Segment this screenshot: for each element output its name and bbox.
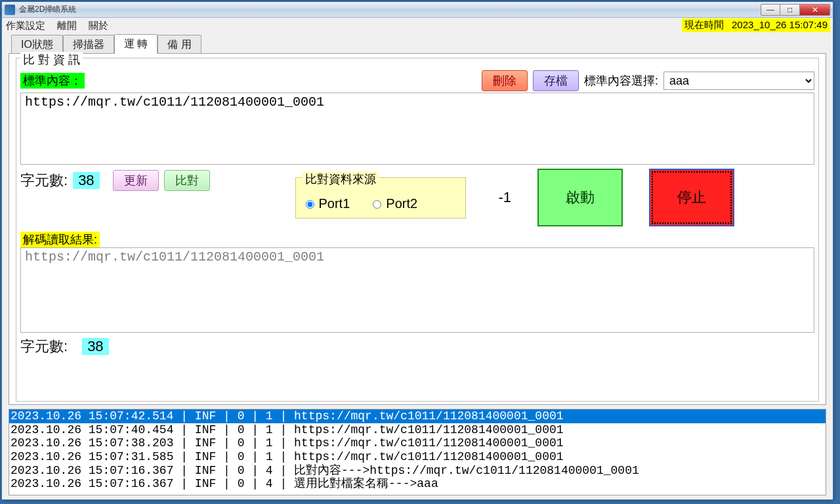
tab-reserve[interactable]: 備 用 bbox=[158, 35, 201, 54]
window-buttons: — □ ✕ bbox=[761, 4, 830, 16]
char-count-value-1: 38 bbox=[73, 172, 99, 189]
tab-content: 比 對 資 訊 標準內容： 刪除 存檔 標準內容選擇: aaa https://… bbox=[9, 53, 826, 405]
standard-select[interactable]: aaa bbox=[663, 72, 814, 90]
decode-text[interactable]: https://mqr.tw/c1011/112081400001_0001 bbox=[20, 247, 814, 333]
titlebar: 金屬2D掃瞄系統 — □ ✕ bbox=[2, 2, 833, 18]
compare-fieldset: 比 對 資 訊 標準內容： 刪除 存檔 標準內容選擇: aaa https://… bbox=[16, 58, 819, 402]
log-row[interactable]: 2023.10.26 15:07:40.454 | INF | 0 | 1 | … bbox=[9, 423, 826, 437]
tab-scanner[interactable]: 掃描器 bbox=[63, 35, 114, 54]
time-value: 2023_10_26 15:07:49 bbox=[732, 19, 828, 30]
compare-legend: 比 對 資 訊 bbox=[20, 52, 83, 68]
save-button[interactable]: 存檔 bbox=[533, 70, 579, 91]
standard-label: 標準內容： bbox=[20, 73, 85, 89]
standard-row: 標準內容： 刪除 存檔 標準內容選擇: aaa bbox=[20, 70, 814, 91]
main-window: 金屬2D掃瞄系統 — □ ✕ 作業設定 離開 關於 現在時間 2023_10_2… bbox=[1, 1, 833, 500]
maximize-button[interactable]: □ bbox=[780, 4, 800, 16]
standard-text[interactable]: https://mqr.tw/c1011/112081400001_0001 bbox=[20, 93, 814, 165]
start-button[interactable]: 啟動 bbox=[537, 169, 623, 226]
close-button[interactable]: ✕ bbox=[800, 4, 830, 16]
compare-button[interactable]: 比對 bbox=[164, 170, 210, 191]
current-time-badge: 現在時間 2023_10_26 15:07:49 bbox=[682, 18, 831, 32]
log-row[interactable]: 2023.10.26 15:07:42.514 | INF | 0 | 1 | … bbox=[9, 410, 826, 423]
update-button[interactable]: 更新 bbox=[113, 170, 159, 191]
port1-radio-input[interactable] bbox=[306, 200, 314, 209]
menubar: 作業設定 離開 關於 現在時間 2023_10_26 15:07:49 bbox=[2, 18, 833, 33]
char-count-label-1: 字元數: bbox=[20, 171, 68, 190]
mid-row: 字元數: 38 更新 比對 比對資料來源 Port1 Port2 -1 bbox=[20, 167, 814, 228]
tab-io-status[interactable]: IO狀態 bbox=[11, 35, 63, 54]
standard-select-label: 標準內容選擇: bbox=[584, 73, 658, 89]
time-label: 現在時間 bbox=[684, 19, 724, 30]
port-legend: 比對資料來源 bbox=[303, 171, 379, 187]
menu-about[interactable]: 關於 bbox=[89, 20, 108, 32]
tab-strip: IO狀態 掃描器 運 轉 備 用 bbox=[11, 35, 833, 53]
app-icon bbox=[5, 5, 15, 15]
port2-label: Port2 bbox=[386, 196, 417, 211]
window-title: 金屬2D掃瞄系統 bbox=[19, 4, 761, 15]
delete-button[interactable]: 刪除 bbox=[482, 70, 528, 91]
log-row[interactable]: 2023.10.26 15:07:16.367 | INF | 0 | 4 | … bbox=[9, 477, 826, 491]
char-count-label-2: 字元數: bbox=[20, 337, 68, 356]
minimize-button[interactable]: — bbox=[761, 4, 780, 16]
menu-settings[interactable]: 作業設定 bbox=[6, 20, 45, 32]
log-row[interactable]: 2023.10.26 15:07:31.585 | INF | 0 | 1 | … bbox=[9, 450, 826, 464]
decode-label: 解碼讀取結果: bbox=[20, 232, 100, 247]
port1-radio[interactable]: Port1 bbox=[303, 196, 350, 211]
stop-button[interactable]: 停止 bbox=[649, 169, 734, 226]
log-row[interactable]: 2023.10.26 15:07:38.203 | INF | 0 | 1 | … bbox=[9, 436, 826, 450]
port2-radio-input[interactable] bbox=[373, 200, 381, 209]
tab-run[interactable]: 運 轉 bbox=[114, 34, 158, 54]
port-group: 比對資料來源 Port1 Port2 bbox=[295, 177, 466, 219]
menu-exit[interactable]: 離開 bbox=[57, 20, 77, 32]
log-list[interactable]: 2023.10.26 15:07:42.514 | INF | 0 | 1 | … bbox=[9, 409, 826, 495]
port2-radio[interactable]: Port2 bbox=[369, 196, 417, 211]
log-row[interactable]: 2023.10.26 15:07:16.367 | INF | 0 | 4 | … bbox=[9, 464, 826, 478]
status-value: -1 bbox=[499, 189, 512, 206]
port1-label: Port1 bbox=[319, 196, 350, 211]
char-count-value-2: 38 bbox=[82, 338, 108, 355]
